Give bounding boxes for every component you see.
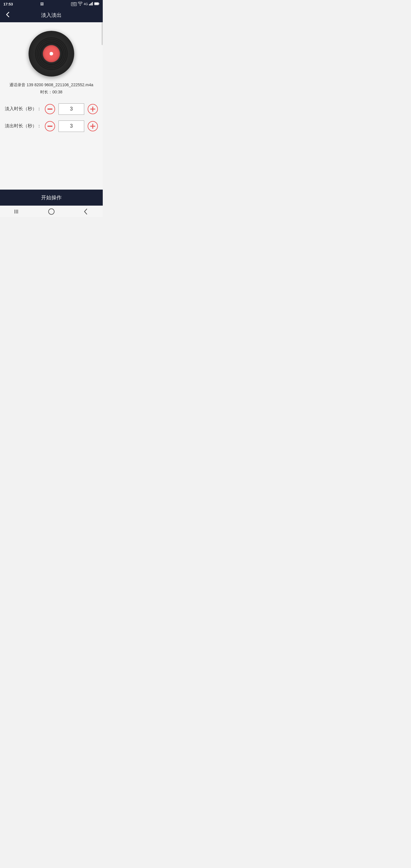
- svg-rect-9: [90, 108, 95, 110]
- fade-out-decrement-button[interactable]: [45, 121, 55, 131]
- nav-bottom: [0, 206, 103, 217]
- svg-rect-5: [98, 3, 99, 5]
- fade-in-row: 淡入时长（秒）：: [6, 103, 97, 115]
- fade-in-decrement-button[interactable]: [45, 104, 55, 114]
- menu-button[interactable]: [11, 206, 23, 217]
- scrollbar[interactable]: [102, 22, 103, 45]
- fade-out-input[interactable]: [59, 121, 84, 132]
- svg-rect-3: [92, 2, 93, 5]
- svg-rect-10: [48, 126, 53, 127]
- home-button[interactable]: [46, 206, 57, 217]
- file-duration: 时长：00:38: [40, 90, 62, 95]
- fade-out-increment-button[interactable]: [88, 121, 98, 131]
- svg-rect-7: [48, 108, 53, 110]
- nav-bar: 淡入淡出: [0, 8, 103, 22]
- hd-label: HD: [71, 2, 77, 6]
- fade-out-label: 淡出时长（秒）：: [5, 123, 41, 129]
- fade-in-input[interactable]: [59, 103, 84, 115]
- svg-rect-15: [18, 210, 18, 214]
- svg-rect-1: [90, 4, 91, 6]
- status-time: 17:53: [3, 2, 13, 6]
- vinyl-record: [29, 31, 74, 76]
- wifi-icon: [78, 2, 83, 6]
- action-button-label: 开始操作: [41, 194, 62, 201]
- status-bar: 17:53 🖼 HD 4G: [0, 0, 103, 8]
- fade-in-increment-button[interactable]: [88, 104, 98, 114]
- vinyl-record-container: [29, 31, 74, 76]
- action-button[interactable]: 开始操作: [0, 190, 103, 206]
- page-title: 淡入淡出: [41, 12, 62, 19]
- main-content: 通话录音 139 8200 9608_221106_222552.m4a 时长：…: [0, 22, 103, 190]
- signal-icon: [89, 2, 93, 6]
- vinyl-center: [43, 45, 60, 62]
- svg-rect-0: [89, 4, 90, 5]
- status-image-icon: 🖼: [40, 2, 44, 6]
- svg-rect-14: [16, 210, 17, 214]
- svg-rect-13: [14, 210, 15, 214]
- fade-in-label: 淡入时长（秒）：: [5, 106, 41, 112]
- battery-icon: [94, 2, 99, 6]
- svg-rect-16: [49, 209, 54, 214]
- file-name: 通话录音 139 8200 9608_221106_222552.m4a: [9, 82, 93, 88]
- back-nav-button[interactable]: [80, 206, 91, 217]
- svg-rect-12: [90, 126, 95, 126]
- back-button[interactable]: [5, 11, 11, 19]
- svg-rect-6: [94, 3, 98, 5]
- status-icons: HD 4G: [71, 2, 99, 6]
- network-icon: 4G: [84, 2, 88, 6]
- fade-out-row: 淡出时长（秒）：: [6, 121, 97, 132]
- svg-rect-2: [91, 3, 92, 5]
